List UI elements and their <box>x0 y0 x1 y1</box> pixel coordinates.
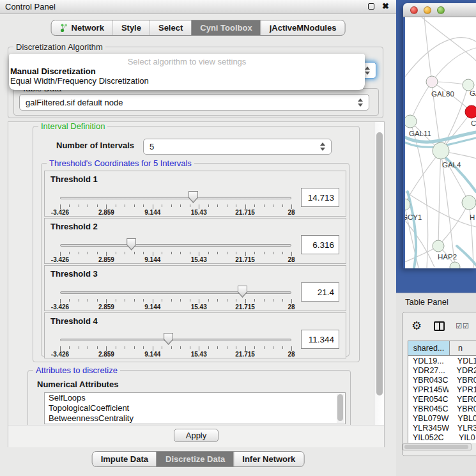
slider-track[interactable] <box>60 291 291 294</box>
threshold-row: Threshold 3-3.4262.8599.14415.4321.71528… <box>44 265 346 311</box>
tick-mark <box>69 346 70 349</box>
tick-mark <box>106 252 107 256</box>
numerical-attributes-label: Numerical Attributes <box>37 380 118 389</box>
vertical-scrollbar[interactable] <box>374 122 384 447</box>
column-header-shared-name[interactable]: shared... <box>408 341 450 355</box>
close-icon[interactable]: ✖ <box>382 1 389 11</box>
slider-handle[interactable] <box>238 286 247 298</box>
threshold-slider[interactable]: -3.4262.8599.14415.4321.71528 <box>60 313 291 358</box>
tick-mark <box>97 346 98 349</box>
dropdown-option-equal-width[interactable]: Equal Width/Frequency Discretization <box>9 76 365 86</box>
list-scrollbar[interactable] <box>337 394 344 423</box>
network-node[interactable] <box>405 115 417 128</box>
slider-handle[interactable] <box>127 238 136 250</box>
tick-mark <box>69 204 70 207</box>
tick-mark <box>116 346 116 349</box>
network-node[interactable] <box>426 76 438 88</box>
node-label: HAP2 <box>438 253 457 261</box>
table-row[interactable]: YIL052CYIL0 <box>408 433 476 442</box>
network-node[interactable] <box>433 142 449 159</box>
table-row[interactable]: YPR145WYPR1 <box>408 385 476 394</box>
network-node[interactable] <box>450 262 460 268</box>
tick-label: 21.715 <box>235 209 255 216</box>
tick-mark <box>60 299 61 303</box>
tab-label: Select <box>158 23 183 33</box>
table-row[interactable]: YBR043CYBR0 <box>408 375 476 385</box>
network-canvas[interactable]: GAL80GACGAL11GAL4GCY1HHAP2 <box>405 17 476 268</box>
list-item[interactable]: BetweennessCentrality <box>45 413 345 424</box>
table-row[interactable]: YBR045CYBR0 <box>408 404 476 413</box>
thresholds-group: Threshold's Coordinates for 5 Intervals … <box>41 163 349 357</box>
threshold-slider[interactable]: -3.4262.8599.14415.4321.71528 <box>60 266 291 311</box>
threshold-value-input[interactable]: 14.713 <box>301 188 339 207</box>
tick-mark <box>79 346 79 349</box>
tab-network[interactable]: Network <box>52 20 112 35</box>
tab-jactivemnodules[interactable]: jActiveMNodules <box>261 20 345 35</box>
tick-mark <box>88 346 88 349</box>
tab-infer-network[interactable]: Infer Network <box>233 452 303 466</box>
table-header: shared... n <box>408 341 476 356</box>
table-row[interactable]: YBL079WYBL0 <box>408 413 476 423</box>
tick-label: 2.859 <box>98 256 114 263</box>
list-item[interactable]: SelfLoops <box>45 393 345 403</box>
float-icon[interactable] <box>368 3 374 10</box>
cell-name: YBL0 <box>449 414 476 423</box>
column-checkbox-icons[interactable]: ☑☑ <box>456 322 470 330</box>
table-data-combobox[interactable]: galFiltered.sif default node <box>19 94 369 111</box>
numerical-attributes-list[interactable]: SelfLoopsTopologicalCoefficientBetweenne… <box>44 392 346 424</box>
tick-mark <box>236 299 236 302</box>
threshold-value-input[interactable]: 21.4 <box>301 282 339 302</box>
tick-mark <box>69 252 70 254</box>
cell-name: YBR0 <box>449 376 476 385</box>
gear-icon[interactable]: ⚙ <box>411 319 422 333</box>
tick-label: 9.144 <box>144 209 160 216</box>
mac-zoom-button[interactable] <box>437 6 445 14</box>
table-row[interactable]: YER054CYER0 <box>408 394 476 404</box>
table-row[interactable]: YDR27...YDR2 <box>408 365 476 375</box>
tick-mark <box>199 204 199 209</box>
tab-discretize-data[interactable]: Discretize Data <box>157 452 233 466</box>
tab-select[interactable]: Select <box>150 20 191 35</box>
tick-mark <box>227 346 227 349</box>
column-header-name[interactable]: n <box>450 341 476 355</box>
node-table: shared... n YDL19...YDL1YDR27...YDR2YBR0… <box>408 341 476 443</box>
tick-mark <box>116 299 116 302</box>
table-data-group: Table Data galFiltered.sif default node <box>13 88 379 116</box>
slider-track[interactable] <box>60 244 291 247</box>
network-node[interactable] <box>433 240 444 252</box>
apply-button[interactable]: Apply <box>174 429 219 442</box>
slider-track[interactable] <box>60 339 291 341</box>
tick-mark <box>199 252 199 256</box>
horizontal-scrollbar[interactable] <box>403 443 472 450</box>
threshold-value-input[interactable]: 6.316 <box>301 235 339 254</box>
group-title: Threshold's Coordinates for 5 Intervals <box>47 158 194 168</box>
slider-track[interactable] <box>60 197 291 199</box>
tick-mark <box>245 252 246 256</box>
tick-mark <box>162 346 162 349</box>
threshold-slider[interactable]: -3.4262.8599.14415.4321.71528 <box>60 171 291 216</box>
list-item[interactable]: TopologicalCoefficient <box>45 403 345 413</box>
slider-handle[interactable] <box>164 333 173 345</box>
mac-minimize-button[interactable] <box>424 6 431 14</box>
dropdown-option-manual[interactable]: Manual Discretization <box>9 66 365 76</box>
tab-impute-data[interactable]: Impute Data <box>93 452 157 466</box>
table-row[interactable]: YDL19...YDL1 <box>408 356 476 365</box>
tab-cyni-toolbox[interactable]: Cyni Toolbox <box>191 20 260 35</box>
cell-name: YLR3 <box>449 424 476 433</box>
tick-mark <box>190 204 190 207</box>
group-title: Attributes to discretize <box>33 365 120 375</box>
tick-mark <box>254 252 255 254</box>
mac-close-button[interactable] <box>410 6 418 14</box>
table-row[interactable]: YLR345WYLR3 <box>408 423 476 433</box>
threshold-slider[interactable]: -3.4262.8599.14415.4321.71528 <box>60 219 291 263</box>
num-intervals-combobox[interactable]: 5 <box>143 139 332 155</box>
network-node[interactable] <box>462 196 476 210</box>
threshold-value-input[interactable]: 11.344 <box>301 330 339 349</box>
network-node[interactable] <box>465 105 476 118</box>
tab-style[interactable]: Style <box>112 20 150 35</box>
split-view-icon[interactable] <box>434 321 445 331</box>
slider-handle[interactable] <box>188 191 198 203</box>
group-title: Discretization Algorithm <box>13 42 105 52</box>
window-title: Control Panel <box>5 2 56 12</box>
tick-mark <box>143 346 144 349</box>
